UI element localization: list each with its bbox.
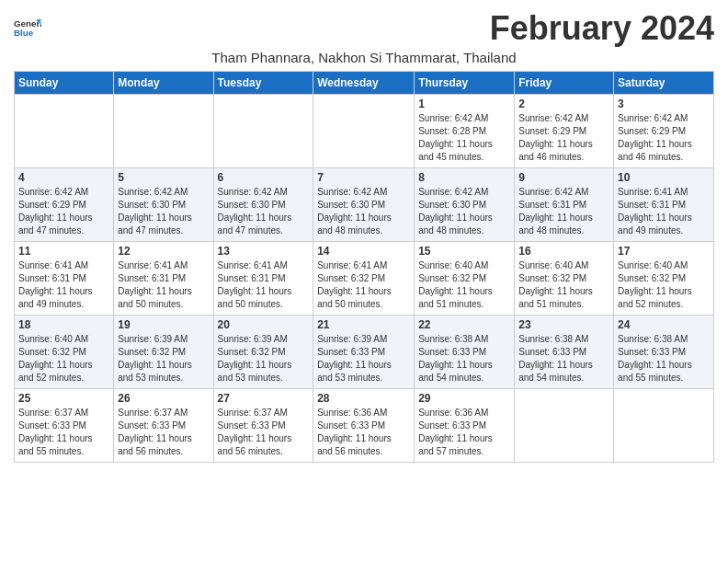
calendar-cell: 1Sunrise: 6:42 AMSunset: 6:28 PMDaylight… — [415, 95, 515, 168]
column-header-sunday: Sunday — [15, 72, 114, 95]
calendar-cell: 6Sunrise: 6:42 AMSunset: 6:30 PMDaylight… — [213, 168, 313, 242]
column-header-thursday: Thursday — [415, 72, 515, 95]
calendar-cell: 3Sunrise: 6:42 AMSunset: 6:29 PMDaylight… — [614, 95, 714, 168]
calendar-cell: 23Sunrise: 6:38 AMSunset: 6:33 PMDayligh… — [515, 316, 614, 389]
day-info: Sunrise: 6:40 AMSunset: 6:32 PMDaylight:… — [618, 259, 710, 311]
calendar-table: SundayMondayTuesdayWednesdayThursdayFrid… — [14, 71, 714, 463]
calendar-cell: 24Sunrise: 6:38 AMSunset: 6:33 PMDayligh… — [614, 316, 714, 389]
day-number: 26 — [118, 392, 209, 405]
calendar-cell: 10Sunrise: 6:41 AMSunset: 6:31 PMDayligh… — [614, 168, 714, 242]
day-info: Sunrise: 6:40 AMSunset: 6:32 PMDaylight:… — [418, 259, 510, 311]
day-number: 4 — [18, 171, 109, 184]
day-info: Sunrise: 6:42 AMSunset: 6:30 PMDaylight:… — [418, 186, 510, 237]
calendar-cell: 25Sunrise: 6:37 AMSunset: 6:33 PMDayligh… — [15, 389, 114, 463]
day-info: Sunrise: 6:36 AMSunset: 6:33 PMDaylight:… — [418, 407, 510, 458]
day-info: Sunrise: 6:42 AMSunset: 6:30 PMDaylight:… — [317, 186, 410, 237]
calendar-cell: 26Sunrise: 6:37 AMSunset: 6:33 PMDayligh… — [114, 389, 213, 463]
day-number: 6 — [218, 171, 310, 184]
month-title: February 2024 — [490, 9, 714, 48]
day-info: Sunrise: 6:37 AMSunset: 6:33 PMDaylight:… — [118, 407, 209, 458]
day-info: Sunrise: 6:39 AMSunset: 6:33 PMDaylight:… — [317, 333, 410, 385]
day-number: 21 — [317, 318, 410, 331]
day-info: Sunrise: 6:42 AMSunset: 6:29 PMDaylight:… — [18, 186, 109, 237]
column-header-friday: Friday — [515, 72, 614, 95]
day-info: Sunrise: 6:42 AMSunset: 6:31 PMDaylight:… — [518, 186, 609, 237]
day-number: 8 — [418, 171, 510, 184]
calendar-cell: 16Sunrise: 6:40 AMSunset: 6:32 PMDayligh… — [515, 242, 614, 316]
calendar-cell — [614, 389, 714, 463]
calendar-cell: 14Sunrise: 6:41 AMSunset: 6:32 PMDayligh… — [313, 242, 415, 316]
calendar-cell: 27Sunrise: 6:37 AMSunset: 6:33 PMDayligh… — [213, 389, 313, 463]
day-info: Sunrise: 6:36 AMSunset: 6:33 PMDaylight:… — [317, 407, 410, 458]
day-info: Sunrise: 6:41 AMSunset: 6:31 PMDaylight:… — [218, 259, 310, 311]
calendar-cell: 20Sunrise: 6:39 AMSunset: 6:32 PMDayligh… — [213, 316, 313, 389]
calendar-cell: 17Sunrise: 6:40 AMSunset: 6:32 PMDayligh… — [614, 242, 714, 316]
day-info: Sunrise: 6:41 AMSunset: 6:31 PMDaylight:… — [18, 259, 109, 311]
day-info: Sunrise: 6:42 AMSunset: 6:29 PMDaylight:… — [518, 112, 609, 164]
day-info: Sunrise: 6:37 AMSunset: 6:33 PMDaylight:… — [218, 407, 310, 458]
day-info: Sunrise: 6:42 AMSunset: 6:30 PMDaylight:… — [118, 186, 209, 237]
day-number: 25 — [18, 392, 109, 405]
day-number: 13 — [218, 245, 310, 258]
calendar-cell: 29Sunrise: 6:36 AMSunset: 6:33 PMDayligh… — [415, 389, 515, 463]
calendar-cell: 2Sunrise: 6:42 AMSunset: 6:29 PMDaylight… — [515, 95, 614, 168]
calendar-cell: 22Sunrise: 6:38 AMSunset: 6:33 PMDayligh… — [415, 316, 515, 389]
column-header-saturday: Saturday — [614, 72, 714, 95]
day-info: Sunrise: 6:38 AMSunset: 6:33 PMDaylight:… — [518, 333, 609, 385]
column-header-tuesday: Tuesday — [213, 72, 313, 95]
day-info: Sunrise: 6:42 AMSunset: 6:29 PMDaylight:… — [618, 112, 710, 164]
calendar-cell: 21Sunrise: 6:39 AMSunset: 6:33 PMDayligh… — [313, 316, 415, 389]
title-area: February 2024 — [490, 9, 714, 48]
day-number: 15 — [418, 245, 510, 258]
calendar-cell: 18Sunrise: 6:40 AMSunset: 6:32 PMDayligh… — [15, 316, 114, 389]
calendar-cell — [515, 389, 614, 463]
calendar-cell: 8Sunrise: 6:42 AMSunset: 6:30 PMDaylight… — [415, 168, 515, 242]
subtitle: Tham Phannara, Nakhon Si Thammarat, Thai… — [14, 50, 714, 65]
day-number: 14 — [317, 245, 410, 258]
day-info: Sunrise: 6:37 AMSunset: 6:33 PMDaylight:… — [18, 407, 109, 458]
column-header-monday: Monday — [114, 72, 213, 95]
calendar-cell: 4Sunrise: 6:42 AMSunset: 6:29 PMDaylight… — [15, 168, 114, 242]
calendar-cell — [114, 95, 213, 168]
day-info: Sunrise: 6:41 AMSunset: 6:32 PMDaylight:… — [317, 259, 410, 311]
calendar-cell — [213, 95, 313, 168]
day-number: 20 — [218, 318, 310, 331]
calendar-cell: 7Sunrise: 6:42 AMSunset: 6:30 PMDaylight… — [313, 168, 415, 242]
day-info: Sunrise: 6:39 AMSunset: 6:32 PMDaylight:… — [218, 333, 310, 385]
calendar-cell: 19Sunrise: 6:39 AMSunset: 6:32 PMDayligh… — [114, 316, 213, 389]
day-number: 9 — [518, 171, 609, 184]
day-number: 11 — [18, 245, 109, 258]
day-number: 2 — [518, 98, 609, 110]
calendar-cell: 13Sunrise: 6:41 AMSunset: 6:31 PMDayligh… — [213, 242, 313, 316]
day-info: Sunrise: 6:38 AMSunset: 6:33 PMDaylight:… — [618, 333, 710, 385]
day-number: 7 — [317, 171, 410, 184]
day-info: Sunrise: 6:41 AMSunset: 6:31 PMDaylight:… — [618, 186, 710, 237]
calendar-cell: 15Sunrise: 6:40 AMSunset: 6:32 PMDayligh… — [415, 242, 515, 316]
calendar-cell: 5Sunrise: 6:42 AMSunset: 6:30 PMDaylight… — [114, 168, 213, 242]
day-info: Sunrise: 6:42 AMSunset: 6:28 PMDaylight:… — [418, 112, 510, 164]
calendar-cell: 28Sunrise: 6:36 AMSunset: 6:33 PMDayligh… — [313, 389, 415, 463]
day-info: Sunrise: 6:40 AMSunset: 6:32 PMDaylight:… — [18, 333, 109, 385]
column-header-wednesday: Wednesday — [313, 72, 415, 95]
day-number: 19 — [118, 318, 209, 331]
day-number: 12 — [118, 245, 209, 258]
day-number: 23 — [518, 318, 609, 331]
day-number: 17 — [618, 245, 710, 258]
calendar-cell — [15, 95, 114, 168]
day-info: Sunrise: 6:42 AMSunset: 6:30 PMDaylight:… — [218, 186, 310, 237]
day-number: 10 — [618, 171, 710, 184]
day-number: 27 — [218, 392, 310, 405]
calendar-cell: 11Sunrise: 6:41 AMSunset: 6:31 PMDayligh… — [15, 242, 114, 316]
day-number: 28 — [317, 392, 410, 405]
day-number: 18 — [18, 318, 109, 331]
calendar-cell — [313, 95, 415, 168]
svg-text:Blue: Blue — [14, 28, 34, 38]
day-number: 24 — [618, 318, 710, 331]
day-number: 3 — [618, 98, 710, 110]
day-number: 1 — [418, 98, 510, 110]
logo: General Blue — [14, 14, 44, 41]
day-number: 29 — [418, 392, 510, 405]
calendar-cell: 12Sunrise: 6:41 AMSunset: 6:31 PMDayligh… — [114, 242, 213, 316]
calendar-cell: 9Sunrise: 6:42 AMSunset: 6:31 PMDaylight… — [515, 168, 614, 242]
day-info: Sunrise: 6:39 AMSunset: 6:32 PMDaylight:… — [118, 333, 209, 385]
